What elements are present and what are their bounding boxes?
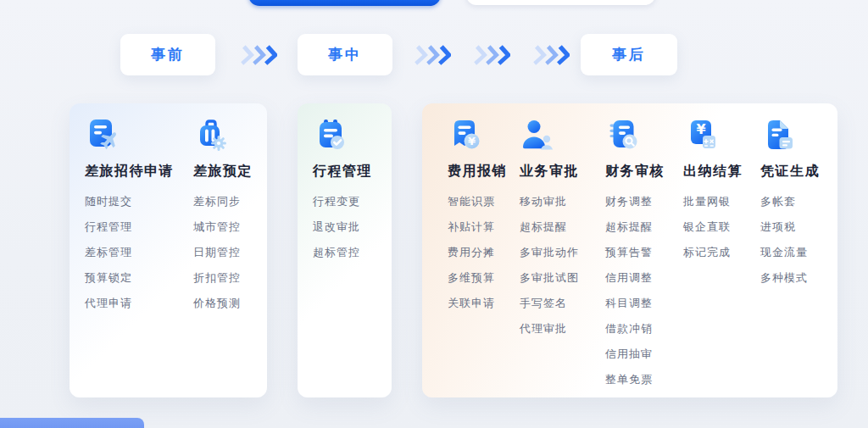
feature-list: 多帐套进项税现金流量多种模式 bbox=[760, 189, 862, 291]
column-title: 行程管理 bbox=[313, 163, 415, 181]
feature-list: 差标同步城市管控日期管控折扣管控价格预测 bbox=[193, 189, 295, 316]
feature-item: 多帐套 bbox=[760, 189, 862, 214]
feature-column: 差旅招待申请随时提交行程管理差标管理预算锁定代理申请 bbox=[85, 103, 186, 316]
stage-chip-label: 事后 bbox=[612, 45, 646, 64]
card-post-stage: ¥费用报销智能识票补贴计算费用分摊多维预算关联申请业务审批移动审批超标提醒多审批… bbox=[422, 103, 837, 397]
feature-item: 折扣管控 bbox=[193, 265, 295, 291]
feature-item: 进项税 bbox=[760, 214, 862, 240]
column-title: 差旅招待申请 bbox=[85, 163, 186, 181]
feature-item: 超标管控 bbox=[313, 240, 415, 265]
top-tab-active-partial[interactable] bbox=[248, 0, 441, 6]
feature-column: 凭证生成多帐套进项税现金流量多种模式 bbox=[760, 103, 862, 291]
svg-text:¥: ¥ bbox=[468, 135, 476, 147]
feature-item: 借款冲销 bbox=[605, 316, 707, 342]
feature-item: 行程变更 bbox=[313, 189, 415, 214]
feature-column: 差旅预定差标同步城市管控日期管控折扣管控价格预测 bbox=[193, 103, 295, 316]
column-title: 凭证生成 bbox=[760, 163, 862, 181]
feature-item: 日期管控 bbox=[193, 240, 295, 265]
travel-apply-doc-plane-icon bbox=[85, 117, 120, 153]
feature-item: 随时提交 bbox=[85, 189, 186, 214]
feature-item: 整单免票 bbox=[605, 367, 707, 392]
card-during-stage: 行程管理行程变更退改审批超标管控 bbox=[298, 103, 392, 397]
stage-chip-label: 事中 bbox=[328, 45, 362, 64]
page: 事前 事中 事后 差旅招待申请随时提交 bbox=[0, 0, 868, 428]
travel-booking-suitcase-gear-icon bbox=[193, 117, 229, 153]
feature-item: 代理申请 bbox=[85, 291, 186, 316]
flow-chevrons-icon bbox=[240, 45, 277, 65]
feature-column: 行程管理行程变更退改审批超标管控 bbox=[313, 103, 415, 265]
top-tab-inactive-partial[interactable] bbox=[466, 0, 655, 5]
stage-chip-post[interactable]: 事后 bbox=[581, 34, 677, 75]
feature-item: 科目调整 bbox=[605, 291, 707, 316]
feature-item: 预算锁定 bbox=[85, 265, 186, 291]
stage-chip-during[interactable]: 事中 bbox=[298, 34, 392, 75]
flow-chevrons-icon bbox=[473, 45, 510, 65]
stage-chip-label: 事前 bbox=[151, 45, 185, 64]
feature-item: 行程管理 bbox=[85, 214, 186, 240]
voucher-doc-icon bbox=[760, 117, 796, 153]
bottom-button-partial[interactable] bbox=[0, 418, 144, 428]
flow-chevrons-icon bbox=[532, 45, 570, 65]
card-pre-stage: 差旅招待申请随时提交行程管理差标管理预算锁定代理申请差旅预定差标同步城市管控日期… bbox=[70, 103, 267, 397]
feature-item: 差标管理 bbox=[85, 240, 186, 265]
feature-item: 差标同步 bbox=[193, 189, 295, 214]
feature-item: 城市管控 bbox=[193, 214, 295, 240]
feature-item: 多种模式 bbox=[760, 265, 862, 291]
stage-chip-pre[interactable]: 事前 bbox=[120, 34, 215, 75]
business-approval-user-icon bbox=[520, 117, 555, 153]
feature-list: 行程变更退改审批超标管控 bbox=[313, 189, 415, 265]
feature-item: 信用调整 bbox=[605, 265, 707, 291]
cashier-card-calculator-icon: ¥ bbox=[683, 117, 719, 153]
feature-item: 价格预测 bbox=[193, 291, 295, 316]
expense-receipt-yen-icon: ¥ bbox=[448, 117, 483, 153]
feature-item: 信用抽审 bbox=[605, 342, 707, 367]
svg-text:¥: ¥ bbox=[696, 121, 705, 137]
feature-list: 随时提交行程管理差标管理预算锁定代理申请 bbox=[85, 189, 186, 316]
itinerary-clipboard-check-icon bbox=[313, 117, 348, 153]
feature-item: 退改审批 bbox=[313, 214, 415, 240]
finance-audit-ledger-search-icon bbox=[605, 117, 641, 153]
flow-chevrons-icon bbox=[414, 45, 451, 65]
column-title: 差旅预定 bbox=[193, 163, 295, 181]
feature-item: 现金流量 bbox=[760, 240, 862, 265]
